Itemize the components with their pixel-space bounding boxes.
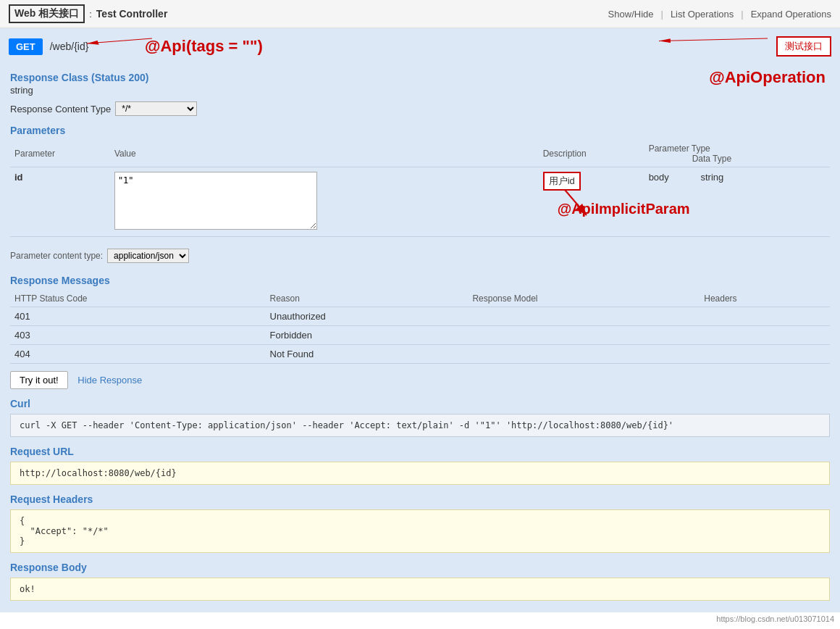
request-headers-section: Request Headers { "Accept": "*/*" } [10,493,830,553]
list-operations-link[interactable]: List Operations [671,9,734,20]
show-hide-link[interactable]: Show/Hide [608,9,654,20]
hide-response-link[interactable]: Hide Response [77,375,142,386]
content-type-label: Response Content Type [10,104,111,114]
request-headers-value: { "Accept": "*/*" } [10,509,830,553]
response-class-section: Response Class (Status 200) string [10,72,830,96]
param-content-type-select[interactable]: application/json application/xml text/pl… [107,249,189,263]
table-row: 401 Unauthorized [10,307,830,326]
reason-403: Forbidden [266,326,469,345]
response-class-title: Response Class (Status 200) [10,72,830,83]
web-tag-label: Web 相关接口 [9,4,85,23]
reason-404: Not Found [266,345,469,364]
request-url-title: Request URL [10,446,830,457]
response-messages-section: Response Messages HTTP Status Code Reaso… [10,275,830,364]
parameters-title: Parameters [10,125,830,136]
col-description: Description [539,141,644,167]
content-section: Response Class (Status 200) string Respo… [0,64,840,612]
curl-value: curl -X GET --header 'Content-Type: appl… [10,414,830,437]
param-data-type: string [700,172,723,183]
try-it-out-button[interactable]: Try it out! [10,371,68,389]
response-messages-title: Response Messages [10,275,830,286]
col-model: Response Model [468,291,700,307]
table-row: 404 Not Found [10,345,830,364]
request-headers-title: Request Headers [10,493,830,505]
table-row: id "1" 用户id @ApiImplicitParam [10,167,830,237]
response-class-value: string [10,85,830,96]
response-messages-table: HTTP Status Code Reason Response Model H… [10,291,830,364]
param-value-input[interactable]: "1" [114,172,317,230]
param-type: body [649,172,669,183]
request-url-value: http://localhost:8080/web/{id} [10,462,830,485]
headers-404 [700,345,830,364]
endpoint-path: /web/{id} [50,41,769,52]
parameters-section: Parameters Parameter Value Description P… [10,125,830,267]
param-description: 用户id [543,172,581,191]
header-bar: Web 相关接口 : Test Controller Show/Hide | L… [0,0,840,28]
status-code-404: 404 [10,345,266,364]
col-param-type: Parameter Type Data Type [644,141,830,167]
col-value: Value [110,141,539,167]
header-title: Test Controller [96,8,168,20]
get-bar: GET /web/{id} 测试接口 @Api(tags = "") @ApiO… [0,28,840,64]
curl-section: Curl curl -X GET --header 'Content-Type:… [10,398,830,437]
model-401 [468,307,700,326]
response-body-value: ok! [10,578,830,601]
response-body-title: Response Body [10,562,830,573]
header-right: Show/Hide | List Operations | Expand Ope… [608,9,831,20]
col-reason: Reason [266,291,469,307]
status-code-403: 403 [10,326,266,345]
method-badge: GET [9,38,43,55]
model-404 [468,345,700,364]
request-url-section: Request URL http://localhost:8080/web/{i… [10,446,830,485]
headers-401 [700,307,830,326]
main-content: GET /web/{id} 测试接口 @Api(tags = "") @ApiO… [0,28,840,612]
action-buttons-row: Try it out! Hide Response [10,371,830,389]
content-type-row: Response Content Type */* application/js… [10,101,830,116]
content-type-select[interactable]: */* application/json text/plain [115,101,197,116]
table-row: 403 Forbidden [10,326,830,345]
status-code-401: 401 [10,307,266,326]
col-status-code: HTTP Status Code [10,291,266,307]
reason-401: Unauthorized [266,307,469,326]
annotation-api-implicit: @ApiImplicitParam [558,201,690,217]
test-button[interactable]: 测试接口 [776,36,831,57]
curl-title: Curl [10,398,830,409]
param-name: id [14,172,23,183]
col-headers: Headers [700,291,830,307]
response-body-section: Response Body ok! [10,562,830,601]
parameters-table: Parameter Value Description Parameter Ty… [10,141,830,237]
header-left: Web 相关接口 : Test Controller [9,4,167,23]
header-separator: : [89,9,92,20]
model-403 [468,326,700,345]
param-content-type-row: Parameter content type: application/json… [10,244,830,267]
expand-operations-link[interactable]: Expand Operations [751,9,831,20]
param-content-type-label: Parameter content type: [10,251,103,261]
col-parameter: Parameter [10,141,110,167]
headers-403 [700,326,830,345]
